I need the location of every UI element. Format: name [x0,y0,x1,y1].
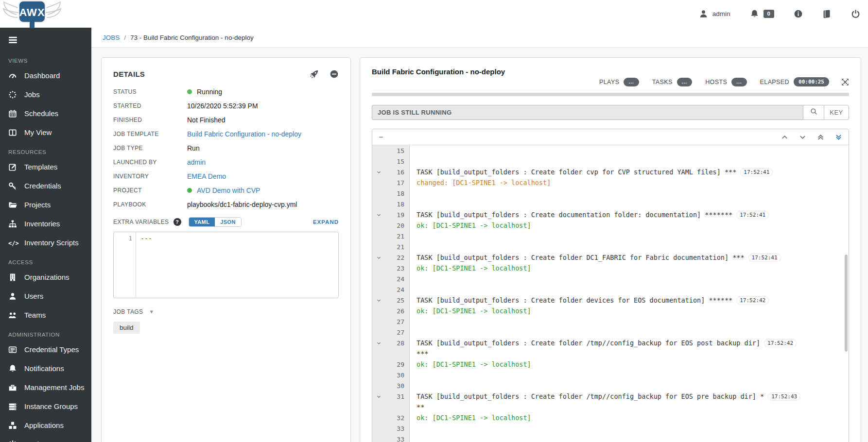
console-line-text: ** [417,403,424,411]
yaml-toggle-button[interactable]: YAML [189,218,215,226]
console-line-number: 29 [397,361,404,368]
sidebar-item-settings[interactable]: Settings [0,435,91,442]
sidebar-item-inventories[interactable]: Inventories [0,214,91,233]
cancel-job-icon[interactable] [330,69,339,79]
output-search-row: JOB IS STILL RUNNING KEY [372,105,849,120]
job-tags-caret-icon[interactable]: ▾ [150,308,153,315]
search-button[interactable] [803,105,824,120]
relaunch-rocket-icon[interactable] [310,69,319,79]
sidebar-item-schedules[interactable]: Schedules [0,104,91,123]
logout-icon[interactable] [851,9,860,18]
console-line-number: 22 [397,254,404,261]
notifications-icon [8,364,17,373]
collapse-task-icon[interactable] [376,170,382,175]
notifications-count-badge: 0 [764,10,774,18]
sidebar-item-notifications[interactable]: Notifications [0,359,91,378]
console-line-number: 15 [397,147,404,154]
collapse-task-icon[interactable] [376,298,382,303]
sidebar-item-label: Notifications [24,364,64,373]
detail-link-job-template[interactable]: Build Fabric Configuration - no-deploy [187,130,301,138]
detail-label-project: PROJECT [113,187,187,194]
scroll-previous-icon[interactable] [781,134,788,141]
console-line-text: ok: [DC1-SPINE1 -> localhost] [417,307,531,315]
breadcrumb-separator: / [124,34,126,41]
sidebar-item-teams[interactable]: Teams [0,306,91,324]
console-line-number: 23 [397,265,404,272]
sidebar-item-label: Settings [24,440,51,442]
output-search-input[interactable]: JOB IS STILL RUNNING [372,105,803,120]
collapse-all-icon[interactable]: − [379,133,383,141]
breadcrumb-jobs-link[interactable]: JOBS [103,34,120,41]
sidebar-item-management-jobs[interactable]: Management Jobs [0,378,91,397]
task-timestamp-badge: 17:52:42 [764,340,796,347]
my-view-icon [8,128,17,137]
console-line-number: 33 [397,436,404,442]
scroll-bottom-icon[interactable] [835,134,842,141]
editor-content[interactable]: --- [136,232,338,298]
detail-value-job-type: Run [187,144,339,152]
expand-variables-link[interactable]: EXPAND [313,219,339,225]
stat-badge-hosts: ... [731,78,746,86]
detail-link-launched-by[interactable]: admin [187,158,206,166]
notifications-button[interactable]: 0 [750,9,774,18]
console-row: 21 [372,241,849,252]
awx-logo[interactable]: AWX [3,0,61,30]
sidebar-item-inventory-scripts[interactable]: </>Inventory Scripts [0,233,91,252]
collapse-task-icon[interactable] [376,212,382,218]
sidebar-item-dashboard[interactable]: Dashboard [0,66,91,85]
docs-icon[interactable] [822,9,832,18]
job-stats-row: PLAYS...TASKS...HOSTS...ELAPSED00:00:25 [372,77,849,86]
console-line-text: ok: [DC1-SPINE1 -> localhost] [417,264,531,272]
expand-output-icon[interactable] [841,78,849,86]
stat-badge-elapsed: 00:00:25 [794,77,829,86]
collapse-task-icon[interactable] [376,340,382,346]
sidebar-item-applications[interactable]: Applications [0,416,91,435]
sidebar-item-my-view[interactable]: My View [0,123,91,142]
detail-value-inventory: EMEA Demo [187,172,339,180]
breadcrumb: JOBS / 73 - Build Fabric Configuration -… [91,28,868,48]
json-toggle-button[interactable]: JSON [215,218,241,226]
scroll-top-icon[interactable] [817,134,824,141]
hamburger-menu-icon[interactable] [0,28,91,51]
console-row: 30 [372,380,849,391]
sidebar-item-label: Inventory Scripts [24,238,79,247]
sidebar-item-projects[interactable]: Projects [0,195,91,214]
sidebar-item-users[interactable]: Users [0,287,91,306]
collapse-task-icon[interactable] [376,394,382,399]
sidebar-item-templates[interactable]: Templates [0,157,91,176]
console-line-number: 30 [397,382,404,390]
console-row: 31TASK [build_output_folders : Create fo… [372,391,849,402]
sidebar-item-jobs[interactable]: Jobs [0,85,91,104]
stat-elapsed: ELAPSED00:00:25 [760,77,829,86]
console-row: 28TASK [build_output_folders : Create fo… [372,338,849,348]
key-button[interactable]: KEY [824,105,849,120]
console-row: *** [372,348,849,359]
collapse-task-icon[interactable] [376,255,382,260]
console-row: 23ok: [DC1-SPINE1 -> localhost] [372,263,849,273]
sidebar-item-credentials[interactable]: Credentials [0,176,91,195]
console-row: 33 [372,423,849,434]
detail-link-inventory[interactable]: EMEA Demo [187,172,226,180]
sidebar-item-credential-types[interactable]: Credential Types [0,340,91,359]
console-row: 33 [372,434,849,442]
help-icon[interactable]: ? [174,218,181,226]
bell-icon [750,9,759,18]
console-scrollbar[interactable] [845,255,848,352]
sidebar-item-label: Credentials [24,182,61,190]
console-line-number: 24 [397,286,404,293]
detail-link-project[interactable]: AVD Demo with CVP [197,187,260,194]
extra-variables-editor[interactable]: 1 --- [113,232,339,298]
sidebar-item-instance-groups[interactable]: Instance Groups [0,397,91,416]
breadcrumb-current: 73 - Build Fabric Configuration - no-dep… [130,34,254,41]
about-icon[interactable] [794,9,803,18]
stat-tasks: TASKS... [652,78,692,86]
organizations-icon [8,273,17,282]
user-menu[interactable]: admin [699,9,730,18]
scroll-next-icon[interactable] [799,134,806,141]
applications-icon [8,421,17,430]
inventories-icon [8,220,17,228]
output-toolbar: − [372,129,849,145]
console-row: 20ok: [DC1-SPINE1 -> localhost] [372,220,849,231]
sidebar-item-organizations[interactable]: Organizations [0,268,91,287]
job-details-panel: DETAILS STATUSRunningSTARTED10/26/2020 5… [101,57,351,442]
